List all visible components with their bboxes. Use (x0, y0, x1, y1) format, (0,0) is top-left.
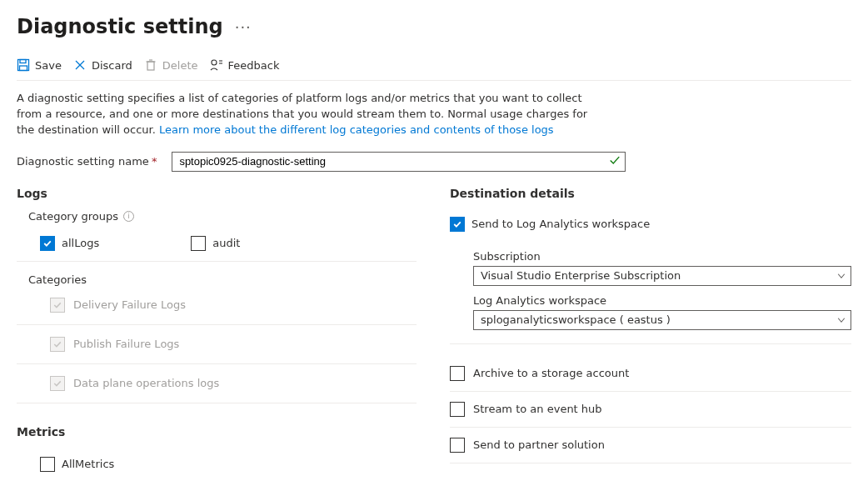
discard-icon (73, 58, 87, 72)
save-icon (17, 58, 30, 72)
subscription-label: Subscription (473, 250, 851, 263)
feedback-button[interactable]: Feedback (210, 58, 280, 72)
checkbox-disabled-icon (50, 337, 65, 352)
checkbox-unchecked-icon (450, 402, 465, 417)
checkbox-disabled-icon (50, 298, 65, 313)
valid-check-icon (609, 154, 621, 168)
required-indicator: * (152, 155, 157, 168)
workspace-value: sploganalyticsworkspace ( eastus ) (473, 310, 851, 330)
checkbox-disabled-icon (50, 376, 65, 391)
category-label: Delivery Failure Logs (73, 298, 186, 311)
stream-eventhub-checkbox[interactable]: Stream to an event hub (450, 392, 851, 428)
category-row: Delivery Failure Logs (17, 286, 417, 325)
category-label: Publish Failure Logs (73, 338, 179, 350)
category-row: Data plane operations logs (17, 364, 417, 403)
svg-rect-2 (20, 66, 27, 71)
svg-point-8 (212, 60, 217, 65)
setting-name-input[interactable] (172, 152, 626, 172)
workspace-select[interactable]: sploganalyticsworkspace ( eastus ) (473, 310, 851, 330)
subscription-select[interactable]: Visual Studio Enterprise Subscription (473, 266, 851, 286)
chevron-down-icon (836, 271, 846, 281)
checkbox-unchecked-icon (191, 236, 206, 251)
allmetrics-checkbox[interactable]: AllMetrics (40, 457, 114, 472)
learn-more-link[interactable]: Learn more about the different log categ… (159, 123, 554, 136)
categories-label: Categories (17, 262, 417, 286)
chevron-down-icon (836, 315, 846, 325)
audit-label: audit (212, 237, 240, 249)
checkbox-unchecked-icon (450, 366, 465, 381)
allmetrics-label: AllMetrics (62, 458, 114, 470)
save-label: Save (35, 59, 62, 72)
command-bar: Save Discard Delete Feedback (17, 58, 851, 81)
discard-label: Discard (92, 59, 132, 72)
svg-rect-1 (20, 60, 26, 63)
send-log-analytics-checkbox[interactable]: Send to Log Analytics workspace (450, 217, 650, 232)
checkbox-checked-icon (450, 217, 465, 232)
delete-button: Delete (144, 58, 198, 72)
delete-label: Delete (162, 59, 198, 72)
checkbox-unchecked-icon (40, 457, 55, 472)
svg-rect-5 (147, 62, 154, 70)
alllogs-checkbox[interactable]: allLogs (40, 236, 99, 251)
logs-heading: Logs (17, 187, 417, 200)
setting-name-label: Diagnostic setting name* (17, 155, 157, 168)
delete-icon (144, 58, 157, 72)
partner-solution-label: Send to partner solution (473, 438, 605, 451)
stream-eventhub-label: Stream to an event hub (473, 403, 602, 415)
category-groups-label: Category groups i (17, 210, 417, 223)
archive-storage-label: Archive to a storage account (473, 367, 629, 379)
discard-button[interactable]: Discard (73, 58, 132, 72)
partner-solution-checkbox[interactable]: Send to partner solution (450, 428, 851, 463)
category-row: Publish Failure Logs (17, 325, 417, 364)
destination-heading: Destination details (450, 187, 851, 200)
page-title: Diagnostic setting (17, 15, 223, 38)
checkbox-unchecked-icon (450, 438, 465, 453)
checkbox-checked-icon (40, 236, 55, 251)
workspace-label: Log Analytics workspace (473, 294, 851, 307)
audit-checkbox[interactable]: audit (191, 236, 240, 251)
alllogs-label: allLogs (62, 237, 99, 249)
metrics-heading: Metrics (17, 425, 417, 438)
more-actions-icon[interactable]: ··· (235, 18, 252, 36)
save-button[interactable]: Save (17, 58, 62, 72)
feedback-label: Feedback (228, 59, 280, 72)
subscription-value: Visual Studio Enterprise Subscription (473, 266, 851, 286)
feedback-icon (210, 58, 223, 72)
category-label: Data plane operations logs (73, 377, 219, 389)
description-text: A diagnostic setting specifies a list of… (17, 91, 600, 138)
info-icon[interactable]: i (123, 211, 134, 222)
archive-storage-checkbox[interactable]: Archive to a storage account (450, 356, 851, 392)
send-log-analytics-label: Send to Log Analytics workspace (471, 218, 650, 230)
